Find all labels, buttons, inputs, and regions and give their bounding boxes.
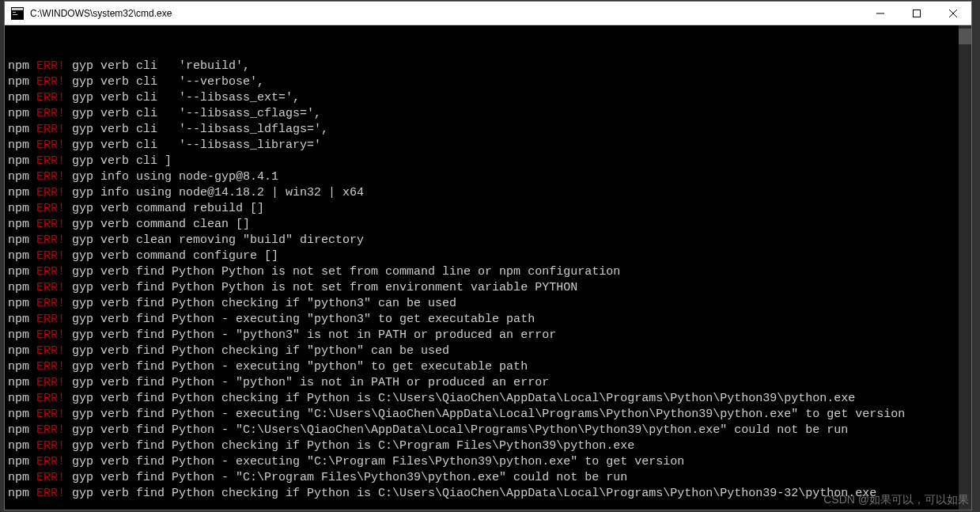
- terminal-line: npm ERR! gyp verb find Python - "C:\Prog…: [8, 470, 968, 486]
- maximize-button[interactable]: [899, 2, 935, 25]
- close-button[interactable]: [935, 2, 971, 25]
- window-title: C:\WINDOWS\system32\cmd.exe: [30, 8, 862, 19]
- terminal-line: npm ERR! gyp verb find Python checking i…: [8, 343, 968, 359]
- terminal-line: npm ERR! gyp info using node@14.18.2 | w…: [8, 185, 968, 201]
- terminal-line: npm ERR! gyp verb cli '--libsass_ldflags…: [8, 122, 968, 138]
- terminal-line: npm ERR! gyp verb clean removing "build"…: [8, 233, 968, 248]
- terminal-line: npm ERR! gyp verb find Python checking i…: [8, 438, 968, 454]
- terminal-line: npm ERR! gyp info using node-gyp@8.4.1: [8, 169, 968, 185]
- terminal-line: npm ERR! gyp verb command configure []: [8, 248, 968, 264]
- terminal-output[interactable]: npm ERR! gyp verb cli 'rebuild',npm ERR!…: [5, 25, 971, 510]
- terminal-line: npm ERR! gyp verb find Python - "python3…: [8, 328, 968, 343]
- scrollbar-thumb[interactable]: [959, 28, 971, 44]
- app-icon: [11, 7, 24, 20]
- terminal-line: npm ERR! gyp verb cli '--libsass_library…: [8, 138, 968, 154]
- svg-rect-2: [13, 12, 16, 13]
- window-controls: [862, 2, 971, 25]
- terminal-line: npm ERR! gyp verb command rebuild []: [8, 201, 968, 217]
- svg-rect-5: [914, 9, 921, 17]
- terminal-line: npm ERR! gyp verb find Python checking i…: [8, 391, 968, 407]
- terminal-line: npm ERR! gyp verb cli '--libsass_cflags=…: [8, 106, 968, 122]
- cmd-window: C:\WINDOWS\system32\cmd.exe npm ERR! gyp…: [4, 1, 972, 510]
- titlebar[interactable]: C:\WINDOWS\system32\cmd.exe: [5, 2, 971, 25]
- terminal-line: npm ERR! gyp verb cli 'rebuild',: [8, 59, 968, 74]
- terminal-line: npm ERR! gyp verb find Python - executin…: [8, 312, 968, 328]
- terminal-line: npm ERR! gyp verb find Python - "C:\User…: [8, 423, 968, 438]
- terminal-line: npm ERR! gyp verb find Python checking i…: [8, 296, 968, 312]
- terminal-line: npm ERR! gyp verb cli '--verbose',: [8, 74, 968, 90]
- svg-rect-1: [12, 8, 23, 10]
- minimize-button[interactable]: [862, 2, 899, 25]
- terminal-line: npm ERR! gyp verb find Python - "python"…: [8, 375, 968, 391]
- svg-rect-3: [13, 14, 17, 15]
- terminal-line: npm ERR! gyp verb cli '--libsass_ext=',: [8, 90, 968, 106]
- terminal-line: npm ERR! gyp verb find Python Python is …: [8, 264, 968, 280]
- watermark-text: CSDN @如果可以，可以如果: [823, 493, 969, 507]
- terminal-line: npm ERR! gyp verb find Python - executin…: [8, 407, 968, 423]
- terminal-line: npm ERR! gyp verb find Python - executin…: [8, 454, 968, 470]
- terminal-line: npm ERR! gyp verb command clean []: [8, 217, 968, 233]
- terminal-line: npm ERR! gyp verb cli ]: [8, 154, 968, 169]
- scrollbar[interactable]: [959, 25, 971, 510]
- terminal-line: npm ERR! gyp verb find Python - executin…: [8, 359, 968, 375]
- terminal-line: npm ERR! gyp verb find Python Python is …: [8, 280, 968, 296]
